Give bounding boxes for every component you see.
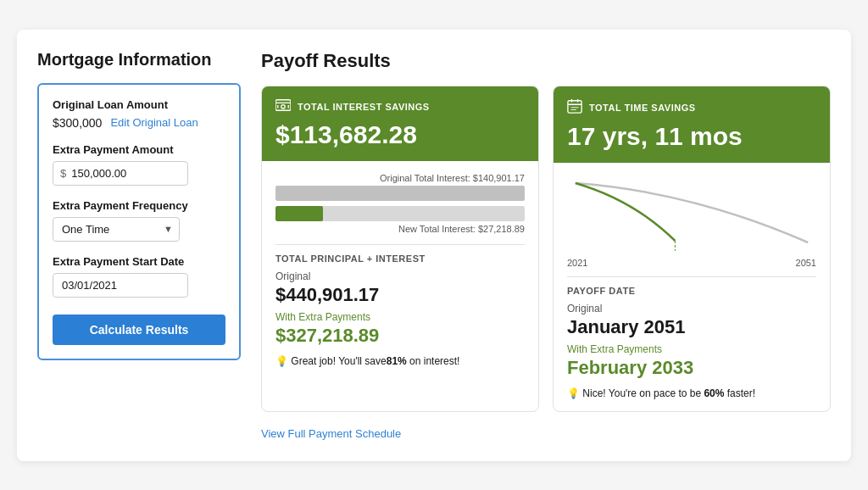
bulb-icon-2: 💡 [567, 387, 580, 399]
extra-pi-value: $327,218.89 [275, 325, 525, 347]
principal-section-title: TOTAL PRINCIPAL + INTEREST [275, 253, 525, 264]
loan-amount-row: $300,000 Edit Original Loan [53, 116, 225, 130]
start-date-label: Extra Payment Start Date [53, 255, 225, 268]
extra-payment-input-wrapper: $ [53, 161, 188, 186]
view-schedule-section: View Full Payment Schedule [261, 426, 831, 441]
calendar-icon [567, 98, 582, 117]
time-header-text: TOTAL TIME SAVINGS [589, 103, 696, 113]
time-savings-value: 17 yrs, 11 mos [567, 122, 816, 151]
time-card-body: 2021 2051 PAYOFF DATE Original January 2… [554, 163, 830, 411]
tip-text-before: Great job! You'll save [291, 355, 386, 367]
payoff-section-title: PAYOFF DATE [567, 286, 816, 296]
view-schedule-link[interactable]: View Full Payment Schedule [261, 427, 401, 440]
time-tip-before: Nice! You're on pace to be [582, 387, 704, 399]
payoff-chart [567, 175, 816, 251]
loan-amount-value: $300,000 [53, 116, 102, 130]
chart-start-year: 2021 [567, 258, 587, 268]
original-pi-label: Original [275, 270, 525, 282]
divider-1 [275, 244, 525, 245]
frequency-label: Extra Payment Frequency [53, 199, 225, 212]
chart-labels: 2021 2051 [567, 258, 816, 268]
start-date-input[interactable] [53, 273, 188, 298]
results-title: Payoff Results [261, 50, 831, 72]
new-interest-label: New Total Interest: $27,218.89 [275, 224, 525, 234]
extra-payment-group: Extra Payment Amount $ [53, 143, 225, 186]
svg-rect-5 [568, 100, 581, 112]
dollar-icon: $ [60, 167, 66, 180]
money-icon [275, 98, 291, 115]
left-panel: Mortgage Information Original Loan Amoun… [37, 50, 241, 441]
main-container: Mortgage Information Original Loan Amoun… [17, 30, 851, 461]
calculate-button[interactable]: Calculate Results [53, 315, 225, 345]
tip-text-after: on interest! [407, 355, 460, 367]
results-grid: TOTAL INTEREST SAVINGS $113,682.28 Origi… [261, 86, 831, 412]
interest-card: TOTAL INTEREST SAVINGS $113,682.28 Origi… [261, 86, 539, 412]
frequency-select[interactable]: One Time Monthly Yearly [53, 217, 180, 242]
frequency-select-wrapper: One Time Monthly Yearly ▼ [53, 217, 180, 242]
interest-header-label: TOTAL INTEREST SAVINGS [275, 98, 525, 115]
bulb-icon: 💡 [275, 355, 288, 367]
extra-payment-label: Extra Payment Amount [53, 143, 225, 156]
original-interest-label: Original Total Interest: $140,901.17 [275, 173, 525, 183]
interest-tip: 💡 Great job! You'll save81% on interest! [275, 355, 525, 367]
original-bar-fill [275, 186, 525, 201]
new-bar [275, 206, 525, 221]
interest-card-header: TOTAL INTEREST SAVINGS $113,682.28 [262, 86, 538, 161]
right-panel: Payoff Results [261, 50, 831, 441]
extra-date-label: With Extra Payments [567, 343, 816, 355]
interest-card-body: Original Total Interest: $140,901.17 New… [262, 161, 538, 379]
interest-compare: Original Total Interest: $140,901.17 New… [275, 173, 525, 234]
interest-savings-value: $113,682.28 [275, 120, 525, 149]
extra-date-value: February 2033 [567, 357, 816, 379]
edit-loan-link[interactable]: Edit Original Loan [110, 116, 198, 129]
mortgage-form: Original Loan Amount $300,000 Edit Origi… [37, 83, 241, 360]
time-card-header: TOTAL TIME SAVINGS 17 yrs, 11 mos [554, 86, 830, 163]
original-date-value: January 2051 [567, 316, 816, 338]
loan-amount-group: Original Loan Amount $300,000 Edit Origi… [53, 98, 225, 130]
time-card: TOTAL TIME SAVINGS 17 yrs, 11 mos [553, 86, 831, 412]
new-bar-wrapper [275, 206, 525, 221]
original-date-label: Original [567, 303, 816, 315]
original-pi-value: $440,901.17 [275, 284, 525, 306]
tip-bold: 81% [387, 355, 407, 367]
original-bar [275, 186, 525, 201]
new-bar-fill [275, 206, 323, 221]
time-tip-after: faster! [724, 387, 755, 399]
start-date-group: Extra Payment Start Date [53, 255, 225, 298]
time-tip-bold: 60% [704, 387, 724, 399]
extra-pi-label: With Extra Payments [275, 311, 525, 323]
chart-end-year: 2051 [796, 258, 816, 268]
divider-2 [567, 276, 816, 277]
extra-payment-input[interactable] [71, 167, 181, 180]
time-tip: 💡 Nice! You're on pace to be 60% faster! [567, 387, 816, 399]
interest-header-text: TOTAL INTEREST SAVINGS [298, 102, 430, 112]
time-header-label: TOTAL TIME SAVINGS [567, 98, 816, 117]
frequency-group: Extra Payment Frequency One Time Monthly… [53, 199, 225, 242]
svg-point-2 [281, 104, 285, 108]
page-title: Mortgage Information [37, 50, 241, 70]
loan-amount-label: Original Loan Amount [53, 98, 225, 111]
